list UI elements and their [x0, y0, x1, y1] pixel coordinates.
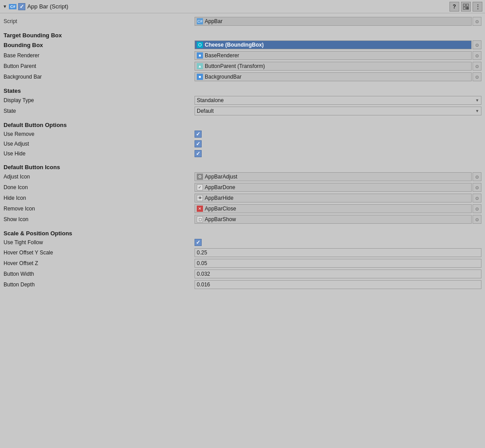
button-depth-text: 0.016 [197, 281, 210, 288]
use-remove-checkbox[interactable]: ✓ [195, 131, 202, 138]
hide-icon-text: AppBarHide [205, 195, 234, 201]
button-parent-field[interactable]: ▲ ButtonParent (Transform) [195, 62, 472, 71]
base-renderer-pin[interactable]: ⊙ [473, 51, 481, 60]
base-renderer-field[interactable]: ■ BaseRenderer [195, 51, 472, 60]
button-parent-icon: ▲ [197, 63, 203, 69]
show-icon-value: ◻ AppBarShow ⊙ [195, 215, 481, 224]
background-bar-value: ■ BackgroundBar ⊙ [195, 72, 481, 81]
component-enabled-checkbox[interactable]: ✓ [18, 3, 25, 10]
display-type-label: Display Type [4, 97, 195, 103]
button-depth-value: 0.016 [195, 280, 481, 289]
bounding-box-row: Bounding Box ⬡ Cheese (BoundingBox) ⊙ [0, 40, 485, 50]
script-label: Script [4, 18, 195, 24]
use-adjust-label: Use Adjust [4, 141, 195, 147]
hover-offset-z-text: 0.05 [197, 260, 207, 266]
bounding-box-text: Cheese (BoundingBox) [205, 42, 264, 48]
state-label: State [4, 108, 195, 114]
help-icon[interactable]: ? [449, 2, 459, 12]
show-icon-thumb: ◻ [197, 216, 203, 222]
background-bar-text: BackgroundBar [205, 74, 242, 80]
script-name: AppBar [205, 18, 223, 24]
bounding-box-pin[interactable]: ⊙ [473, 40, 481, 49]
hide-icon-field[interactable]: 👁 AppBarHide [195, 194, 472, 202]
bounding-box-field[interactable]: ⬡ Cheese (BoundingBox) [195, 40, 472, 49]
use-adjust-checkbox[interactable]: ✓ [195, 140, 202, 147]
hide-icon-pin[interactable]: ⊙ [473, 194, 481, 202]
svg-rect-1 [466, 4, 469, 6]
script-icon: C# [197, 18, 203, 24]
script-pin-btn[interactable]: ⊙ [473, 17, 481, 26]
button-width-label: Button Width [4, 271, 195, 277]
hover-offset-y-field[interactable]: 0.25 [195, 248, 481, 257]
done-icon-field[interactable]: ✓ AppBarDone [195, 183, 472, 192]
hover-offset-y-row: Hover Offset Y Scale 0.25 [0, 247, 485, 258]
adjust-icon-value: ⚙ AppBarAdjust ⊙ [195, 172, 481, 181]
use-adjust-row: Use Adjust ✓ [0, 139, 485, 149]
adjust-icon-field[interactable]: ⚙ AppBarAdjust [195, 172, 472, 181]
use-hide-checkbox[interactable]: ✓ [195, 150, 202, 157]
use-tight-follow-value: ✓ [195, 239, 481, 246]
display-type-dropdown[interactable]: Standalone ▼ [195, 96, 481, 105]
done-icon-label: Done Icon [4, 184, 195, 190]
background-bar-label: Background Bar [4, 74, 195, 80]
script-field[interactable]: C# AppBar [195, 17, 472, 26]
hover-offset-y-text: 0.25 [197, 250, 207, 256]
state-row: State Default ▼ [0, 106, 485, 116]
svg-rect-2 [463, 7, 465, 9]
hover-offset-z-field[interactable]: 0.05 [195, 259, 481, 268]
hover-offset-y-label: Hover Offset Y Scale [4, 250, 195, 256]
button-parent-pin[interactable]: ⊙ [473, 62, 481, 71]
default-button-options-header: Default Button Options [0, 120, 485, 129]
svg-rect-3 [466, 7, 469, 9]
use-hide-label: Use Hide [4, 151, 195, 157]
use-tight-follow-checkbox[interactable]: ✓ [195, 239, 202, 246]
csharp-badge: C# [9, 4, 17, 9]
adjust-icon-label: Adjust Icon [4, 174, 195, 180]
remove-icon-value: ✕ AppBarClose ⊙ [195, 204, 481, 213]
script-row: Script C# AppBar ⊙ [0, 16, 485, 27]
display-type-selected: Standalone [197, 97, 224, 103]
show-icon-field[interactable]: ◻ AppBarShow [195, 215, 472, 224]
remove-icon-label: Remove Icon [4, 206, 195, 212]
background-bar-pin[interactable]: ⊙ [473, 72, 481, 81]
remove-icon-pin[interactable]: ⊙ [473, 204, 481, 213]
state-arrow: ▼ [475, 109, 479, 113]
display-type-row: Display Type Standalone ▼ [0, 95, 485, 106]
layout-icon[interactable] [461, 2, 471, 12]
remove-icon-field[interactable]: ✕ AppBarClose [195, 204, 472, 213]
button-depth-field[interactable]: 0.016 [195, 280, 481, 289]
use-remove-value: ✓ [195, 131, 481, 138]
button-parent-row: Button Parent ▲ ButtonParent (Transform)… [0, 61, 485, 71]
inspector-content: Script C# AppBar ⊙ Target Bounding Box B… [0, 13, 485, 293]
state-dropdown[interactable]: Default ▼ [195, 107, 481, 115]
default-button-icons-header: Default Button Icons [0, 162, 485, 171]
hover-offset-z-label: Hover Offset Z [4, 260, 195, 266]
done-icon-row: Done Icon ✓ AppBarDone ⊙ [0, 182, 485, 193]
state-selected: Default [197, 108, 214, 114]
use-tight-follow-row: Use Tight Follow ✓ [0, 238, 485, 247]
button-width-text: 0.032 [197, 271, 210, 277]
hover-offset-z-value: 0.05 [195, 259, 481, 268]
adjust-icon-pin[interactable]: ⊙ [473, 172, 481, 181]
menu-icon[interactable]: ⋮ [473, 2, 482, 12]
use-tight-follow-label: Use Tight Follow [4, 239, 195, 246]
background-bar-field[interactable]: ■ BackgroundBar [195, 72, 472, 81]
use-adjust-value: ✓ [195, 140, 481, 147]
collapse-arrow[interactable]: ▼ [3, 4, 7, 9]
remove-icon-thumb: ✕ [197, 206, 203, 212]
component-title: App Bar (Script) [27, 3, 449, 10]
show-icon-pin[interactable]: ⊙ [473, 215, 481, 224]
hide-icon-label: Hide Icon [4, 195, 195, 201]
button-width-row: Button Width 0.032 [0, 269, 485, 279]
bounding-box-value: ⬡ Cheese (BoundingBox) ⊙ [195, 40, 481, 49]
use-hide-value: ✓ [195, 150, 481, 157]
header-actions: ? ⋮ [449, 2, 482, 12]
button-width-field[interactable]: 0.032 [195, 270, 481, 278]
remove-icon-text: AppBarClose [205, 206, 236, 212]
show-icon-label: Show Icon [4, 216, 195, 222]
bounding-box-label: Bounding Box [4, 42, 195, 48]
done-icon-pin[interactable]: ⊙ [473, 183, 481, 192]
base-renderer-label: Base Renderer [4, 52, 195, 59]
hide-icon-thumb: 👁 [197, 195, 203, 201]
button-width-value: 0.032 [195, 270, 481, 278]
